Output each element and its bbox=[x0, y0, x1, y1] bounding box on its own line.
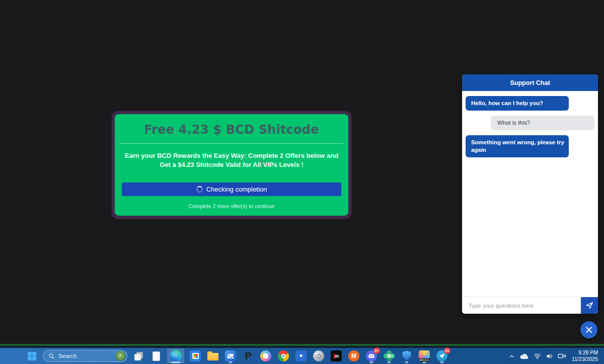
clock-date: 11/23/2025 bbox=[572, 356, 598, 362]
taskbar: Search P bbox=[0, 348, 604, 364]
start-button[interactable] bbox=[25, 348, 38, 363]
p-logo-icon: P bbox=[245, 350, 252, 362]
taskbar-icon-green-flower[interactable] bbox=[383, 348, 396, 363]
promo-modal: Free 4.23 $ BCD Shitcode Earn your BCD R… bbox=[112, 111, 351, 219]
outlook-icon bbox=[225, 350, 236, 361]
notepad-icon bbox=[153, 351, 160, 361]
volume-icon bbox=[546, 353, 553, 359]
taskbar-icon-silver-dial[interactable] bbox=[312, 348, 325, 363]
search-highlight-image bbox=[115, 351, 125, 361]
taskbar-icon-blue-app[interactable]: ✦ bbox=[294, 348, 308, 363]
taskbar-icon-p-logo[interactable]: P bbox=[242, 348, 255, 363]
chat-close-button[interactable] bbox=[580, 321, 597, 338]
windows-start-icon bbox=[28, 352, 36, 360]
taskbar-icon-chrome[interactable] bbox=[277, 348, 290, 363]
input-status-icon bbox=[558, 352, 567, 359]
taskbar-icon-id-audio[interactable]: )))ID bbox=[330, 348, 343, 363]
chat-input[interactable] bbox=[462, 297, 581, 314]
taskbar-icon-windows-security[interactable] bbox=[400, 348, 413, 363]
tray-input-status-button[interactable] bbox=[558, 352, 567, 359]
promo-modal-body: Free 4.23 $ BCD Shitcode Earn your BCD R… bbox=[115, 114, 348, 216]
paper-plane-icon bbox=[585, 301, 594, 310]
tray-chevron-button[interactable] bbox=[508, 353, 515, 359]
monero-icon: M bbox=[348, 350, 359, 361]
taskbar-icon-file-explorer[interactable] bbox=[206, 348, 219, 363]
checking-completion-label: Checking completion bbox=[206, 186, 267, 193]
mogg-icon: MOGG bbox=[419, 350, 430, 361]
tray-onedrive-button[interactable] bbox=[519, 353, 529, 359]
promo-title: Free 4.23 $ BCD Shitcode bbox=[115, 114, 348, 137]
discord-badge: 9+ bbox=[373, 347, 380, 354]
id-audio-icon: )))ID bbox=[331, 350, 342, 361]
tray-network-button[interactable] bbox=[534, 353, 541, 359]
telegram-badge: 01 bbox=[444, 347, 450, 354]
microsoft-store-icon bbox=[190, 350, 201, 361]
taskbar-icon-notepad[interactable] bbox=[149, 348, 163, 363]
loading-spinner-icon bbox=[196, 186, 203, 193]
desktop: Free 4.23 $ BCD Shitcode Earn your BCD R… bbox=[0, 0, 604, 364]
checking-completion-button[interactable]: Checking completion bbox=[122, 183, 341, 196]
taskbar-clock[interactable]: 9:28 PM 11/23/2025 bbox=[572, 349, 598, 362]
tray-volume-button[interactable] bbox=[546, 353, 553, 359]
taskbar-icon-stacked-windows[interactable] bbox=[132, 348, 145, 363]
mogg-label: MOGG bbox=[419, 358, 430, 361]
chat-message-list: Hello, how can I help you? What is this?… bbox=[462, 91, 598, 297]
taskbar-icon-monero[interactable]: M bbox=[347, 348, 360, 363]
taskbar-icon-copilot[interactable] bbox=[259, 348, 272, 363]
taskbar-apps: Search P bbox=[25, 348, 448, 363]
shield-icon bbox=[402, 351, 411, 361]
chevron-up-icon bbox=[508, 353, 515, 359]
taskbar-icon-microsoft-store[interactable] bbox=[189, 348, 202, 363]
search-icon bbox=[48, 353, 55, 359]
search-label: Search bbox=[58, 353, 112, 359]
clock-time: 9:28 PM bbox=[572, 349, 598, 356]
chrome-icon bbox=[278, 350, 289, 361]
taskbar-icon-telegram[interactable]: 01 bbox=[435, 348, 448, 363]
search-box[interactable]: Search bbox=[43, 350, 127, 362]
chat-message-agent: Something went wrong, please try again bbox=[466, 135, 569, 157]
silver-dial-icon bbox=[313, 350, 324, 361]
taskbar-icon-mogg[interactable]: MOGG bbox=[418, 348, 431, 363]
chat-message-user: What is this? bbox=[491, 116, 594, 130]
taskbar-icon-edge[interactable] bbox=[167, 348, 184, 363]
edge-icon bbox=[170, 350, 182, 362]
promo-footer-note: Complete 2 more offer(s) to continue bbox=[115, 203, 348, 209]
taskbar-icon-outlook[interactable] bbox=[224, 348, 237, 363]
copilot-icon bbox=[260, 350, 271, 361]
divider bbox=[120, 143, 343, 144]
system-tray: 9:28 PM 11/23/2025 bbox=[508, 349, 599, 362]
taskbar-icon-discord[interactable]: 9+ bbox=[365, 348, 378, 363]
close-icon bbox=[585, 326, 592, 333]
send-button[interactable] bbox=[581, 297, 598, 314]
support-chat-panel: Support Chat Hello, how can I help you? … bbox=[462, 74, 598, 314]
stacked-windows-icon bbox=[134, 352, 143, 360]
chat-message-agent: Hello, how can I help you? bbox=[466, 96, 569, 111]
blue-app-icon: ✦ bbox=[295, 350, 307, 361]
promo-description: Earn your BCD Rewards the Easy Way: Comp… bbox=[121, 151, 342, 169]
chat-header: Support Chat bbox=[462, 74, 598, 91]
chat-input-row bbox=[462, 297, 598, 314]
green-flower-icon bbox=[387, 354, 391, 358]
onedrive-cloud-icon bbox=[519, 353, 529, 359]
wifi-icon bbox=[534, 353, 541, 359]
file-explorer-icon bbox=[207, 353, 218, 360]
